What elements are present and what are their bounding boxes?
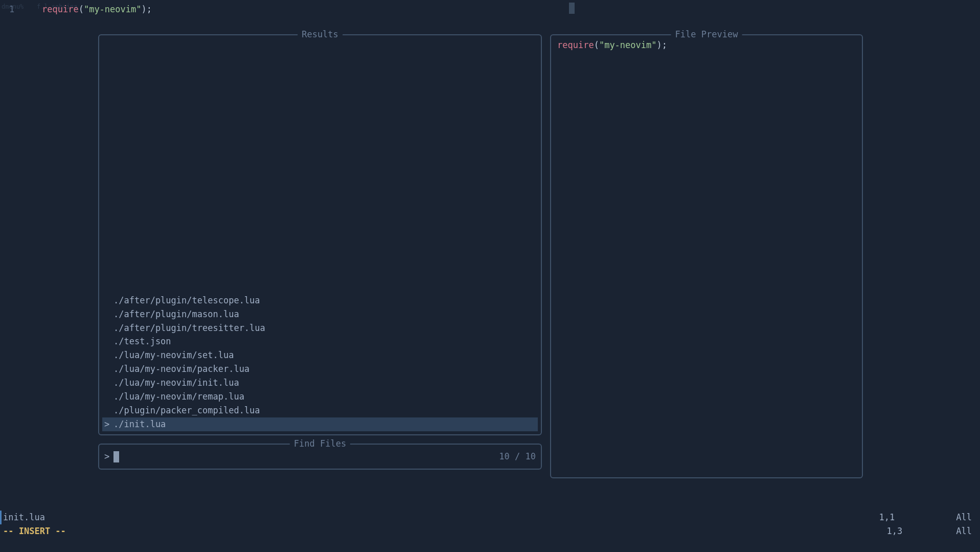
preview-panel: File Preview require("my-neovim"); [550,34,863,478]
prompt-cursor [113,451,119,462]
result-count: 10 / 10 [499,451,536,462]
find-files-title: Find Files [290,438,350,450]
keyword-require: require [557,40,594,50]
results-list: ./after/plugin/telescope.lua ./after/plu… [102,294,538,431]
result-item[interactable]: ./after/plugin/telescope.lua [102,294,538,307]
editor-code-line[interactable]: require("my-neovim"); [42,4,152,15]
results-title: Results [298,29,343,40]
result-item[interactable]: ./lua/my-neovim/set.lua [102,348,538,362]
paren-open: ( [79,4,84,14]
paren-open: ( [594,40,599,50]
statusline-marker [0,511,2,524]
statusline-file: init.lua 1,1 All [0,511,980,524]
string-literal: "my-neovim" [599,40,657,50]
keyword-require: require [42,4,79,14]
semicolon: ; [662,40,667,50]
status-position: 1,3 [887,525,903,537]
prompt-caret-icon: > [104,451,109,462]
status-scroll: All [956,512,972,523]
paren-close: ) [142,4,147,14]
status-scroll: All [956,525,972,537]
result-item-selected[interactable]: ./init.lua [102,417,538,431]
result-item[interactable]: ./lua/my-neovim/packer.lua [102,362,538,376]
string-literal: "my-neovim" [84,4,142,14]
result-item[interactable]: ./after/plugin/mason.lua [102,307,538,321]
result-item[interactable]: ./lua/my-neovim/remap.lua [102,390,538,404]
result-item[interactable]: ./after/plugin/treesitter.lua [102,321,538,335]
semicolon: ; [147,4,152,14]
result-item[interactable]: ./test.json [102,335,538,348]
preview-title: File Preview [671,29,742,40]
line-number: 1 [9,4,14,15]
results-panel: Results ./after/plugin/telescope.lua ./a… [98,34,542,435]
result-item[interactable]: ./lua/my-neovim/init.lua [102,376,538,390]
status-filename: init.lua [3,512,45,523]
statusline-mode: -- INSERT -- 1,3 All [0,524,980,538]
status-mode: -- INSERT -- [3,525,66,537]
find-files-panel[interactable]: Find Files > 10 / 10 [98,444,542,470]
result-item[interactable]: ./plugin/packer_compiled.lua [102,404,538,417]
status-position: 1,1 [879,512,895,523]
paren-close: ) [657,40,662,50]
cursor-marker [569,3,575,14]
